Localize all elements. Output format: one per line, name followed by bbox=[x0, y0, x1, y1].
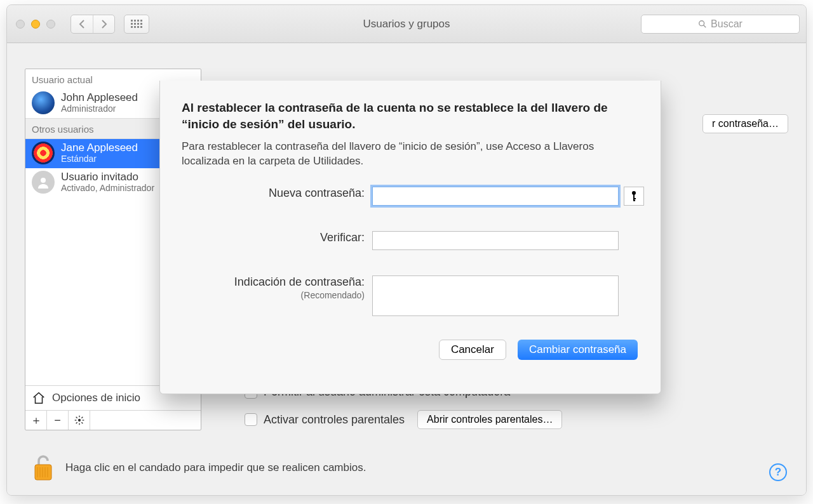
key-icon bbox=[630, 190, 638, 202]
checkbox-row-parental[interactable]: Activar controles parentales Abrir contr… bbox=[245, 410, 562, 429]
label-hint-text: Indicación de contraseña: bbox=[234, 275, 365, 288]
titlebar: Usuarios y grupos Buscar bbox=[7, 5, 806, 43]
open-parental-controls-button[interactable]: Abrir controles parentales… bbox=[417, 410, 562, 429]
prefs-window: Usuarios y grupos Buscar Usuario actual … bbox=[6, 4, 807, 496]
user-name: John Appleseed bbox=[61, 92, 138, 104]
svg-rect-5 bbox=[134, 23, 136, 25]
svg-line-23 bbox=[76, 422, 77, 423]
svg-point-12 bbox=[699, 20, 704, 25]
checkbox-icon[interactable] bbox=[245, 413, 257, 426]
svg-rect-8 bbox=[131, 26, 133, 28]
verify-password-input[interactable] bbox=[372, 231, 619, 250]
unlocked-padlock-icon[interactable] bbox=[31, 453, 55, 482]
user-role: Administrador bbox=[61, 103, 138, 114]
svg-line-22 bbox=[81, 417, 83, 418]
show-all-button[interactable] bbox=[124, 15, 149, 34]
back-button[interactable] bbox=[71, 15, 93, 33]
sheet-button-row: Cancelar Cambiar contraseña bbox=[182, 340, 639, 360]
svg-rect-0 bbox=[131, 20, 133, 22]
minimize-window-icon[interactable] bbox=[31, 20, 40, 29]
person-silhouette-icon bbox=[36, 175, 50, 189]
svg-point-15 bbox=[77, 419, 80, 421]
svg-rect-11 bbox=[140, 26, 142, 28]
label-verify: Verificar: bbox=[182, 231, 372, 244]
help-button[interactable]: ? bbox=[769, 463, 787, 481]
svg-line-13 bbox=[704, 25, 706, 27]
svg-point-14 bbox=[41, 178, 46, 183]
reset-password-button[interactable]: r contraseña… bbox=[702, 114, 788, 133]
svg-line-21 bbox=[81, 422, 83, 423]
checkbox-label: Activar controles parentales bbox=[264, 413, 405, 427]
window-body: Usuario actual John Appleseed Administra… bbox=[7, 43, 806, 495]
svg-rect-3 bbox=[140, 20, 142, 22]
label-hint-recommended: (Recomendado) bbox=[182, 290, 365, 300]
sheet-description: Para restablecer la contraseña del llave… bbox=[182, 140, 639, 169]
grid-icon bbox=[131, 20, 142, 29]
lock-text: Haga clic en el candado para impedir que… bbox=[65, 461, 366, 474]
house-icon bbox=[32, 391, 46, 405]
new-password-input[interactable] bbox=[372, 187, 619, 206]
actions-gear-button[interactable] bbox=[69, 411, 90, 430]
user-role: Activado, Administrador bbox=[61, 183, 154, 193]
chevron-right-icon bbox=[100, 20, 108, 29]
lock-row: Haga clic en el candado para impedir que… bbox=[31, 453, 366, 482]
user-role: Estándar bbox=[61, 154, 138, 164]
guest-avatar-icon bbox=[32, 171, 55, 194]
window-controls bbox=[16, 20, 55, 29]
remove-user-button[interactable]: − bbox=[47, 411, 69, 430]
gear-icon bbox=[74, 415, 84, 425]
user-name: Usuario invitado bbox=[61, 171, 154, 183]
password-assistant-button[interactable] bbox=[624, 187, 644, 206]
user-name: Jane Appleseed bbox=[61, 142, 138, 154]
sidebar-buttons: ＋ − bbox=[25, 411, 201, 430]
search-placeholder: Buscar bbox=[711, 18, 742, 30]
add-user-button[interactable]: ＋ bbox=[25, 411, 47, 430]
svg-rect-6 bbox=[137, 23, 139, 25]
chevron-left-icon bbox=[78, 20, 86, 29]
close-window-icon[interactable] bbox=[16, 20, 25, 29]
svg-rect-2 bbox=[137, 20, 139, 22]
cancel-button[interactable]: Cancelar bbox=[439, 340, 506, 360]
nav-segmented bbox=[71, 15, 115, 34]
sheet-heading: Al restablecer la contraseña de la cuent… bbox=[182, 100, 639, 132]
svg-rect-9 bbox=[134, 26, 136, 28]
zoom-window-icon[interactable] bbox=[46, 20, 55, 29]
avatar-icon bbox=[32, 91, 55, 114]
search-field[interactable]: Buscar bbox=[641, 15, 800, 34]
svg-rect-33 bbox=[633, 198, 636, 199]
svg-line-20 bbox=[76, 417, 77, 418]
reset-password-sheet: Al restablecer la contraseña de la cuent… bbox=[159, 81, 661, 394]
login-options-label: Opciones de inicio bbox=[52, 392, 140, 404]
label-new-password: Nueva contraseña: bbox=[182, 187, 372, 200]
change-password-button[interactable]: Cambiar contraseña bbox=[518, 340, 638, 360]
search-icon bbox=[698, 20, 707, 29]
forward-button[interactable] bbox=[93, 15, 114, 33]
svg-rect-10 bbox=[137, 26, 139, 28]
password-hint-input[interactable] bbox=[372, 275, 619, 316]
sheet-form: Nueva contraseña: Verificar: bbox=[182, 187, 639, 319]
svg-rect-7 bbox=[140, 23, 142, 25]
svg-rect-34 bbox=[633, 200, 635, 201]
svg-rect-32 bbox=[633, 194, 635, 201]
label-hint: Indicación de contraseña: (Recomendado) bbox=[182, 275, 372, 300]
svg-rect-4 bbox=[131, 23, 133, 25]
svg-rect-1 bbox=[134, 20, 136, 22]
avatar-icon bbox=[32, 142, 55, 164]
